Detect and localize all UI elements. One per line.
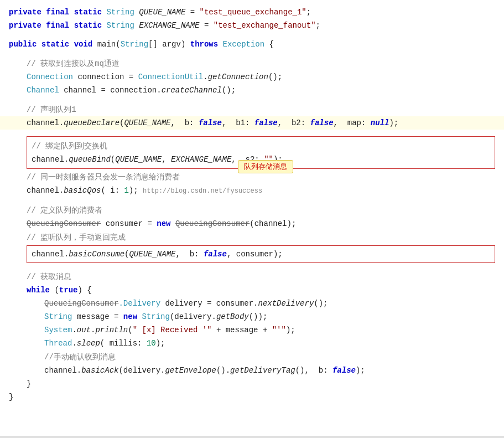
code-line-delivery: QueueingConsumer .Delivery delivery = co… [0,297,504,310]
code-line-connection: Connection connection = ConnectionUtil .… [0,70,504,84]
code-line-1: private final static String QUEUE_NAME =… [0,6,504,19]
code-line-consumer: QueueingConsumer consumer = new Queueing… [0,217,504,230]
code-comment-listen: // 监听队列，手动返回完成 [0,230,504,244]
code-line-println: System . out . println ( " [x] Received … [0,323,504,337]
code-line-sleep: Thread . sleep ( millis: 10 ); [0,337,504,350]
code-container: private final static String QUEUE_NAME =… [0,0,504,438]
code-line-close-main: } [0,390,504,404]
code-line-channel: Channel channel = connection. createChan… [0,84,504,97]
red-box-consume: channel. basicConsume ( QUEUE_NAME , b: … [27,245,495,263]
code-line-comment-connection: // 获取到连接以及mq通道 [0,56,504,70]
code-line-queue-declare: channel. queueDeclare ( QUEUE_NAME , b: … [0,116,504,130]
keyword-static: static [74,6,102,18]
code-line-main: public static void main( String [] argv)… [0,38,504,51]
code-line-string-msg: String message = new String (delivery. g… [0,310,504,323]
var-queue-name: QUEUE_NAME [139,6,185,18]
empty-line-5 [0,198,504,203]
keyword-while: while [27,284,50,296]
code-comment-consumer: // 定义队列的消费者 [0,203,504,217]
code-line-basicack: channel. basicAck (delivery. getEnvelope… [0,364,504,377]
code-comment-getmsg: // 获取消息 [0,270,504,284]
code-comment-ack: //手动确认收到消息 [0,350,504,364]
keyword-final: final [46,6,69,18]
var-exchange-name: EXCHANGE_NAME [139,19,199,32]
code-line-while: while ( true ) { [0,284,504,297]
red-box-bind: // 绑定队列到交换机 channel. queueBind ( QUEUE_N… [27,136,495,169]
empty-line-6 [0,264,504,270]
empty-line-2 [0,51,504,56]
string-queue-value: "test_queue_exchange_1" [200,6,306,18]
empty-line-1 [0,32,504,38]
type-string: String [106,6,134,18]
keyword-private: private [9,6,41,18]
code-line-comment-declare: // 声明队列1 [0,102,504,116]
empty-line-4 [0,130,504,135]
empty-line-3 [0,97,504,102]
code-comment-bind: // 绑定队列到交换机 [32,139,490,153]
code-comment-basicqos: // 同一时刻服务器只会发一条消息给消费者 [0,170,504,184]
bottom-border [0,436,504,438]
string-exchange-value: "test_exchange_fanout" [214,19,316,32]
code-line-basicqos: channel. basicQos ( i: 1 ); http://blog.… [0,184,504,198]
code-line-basic-consume: channel. basicConsume ( QUEUE_NAME , b: … [32,248,490,261]
code-line-2: private final static String EXCHANGE_NAM… [0,19,504,32]
code-line-queue-bind: channel. queueBind ( QUEUE_NAME , EXCHAN… [32,153,490,166]
code-line-close-while: } [0,377,504,390]
